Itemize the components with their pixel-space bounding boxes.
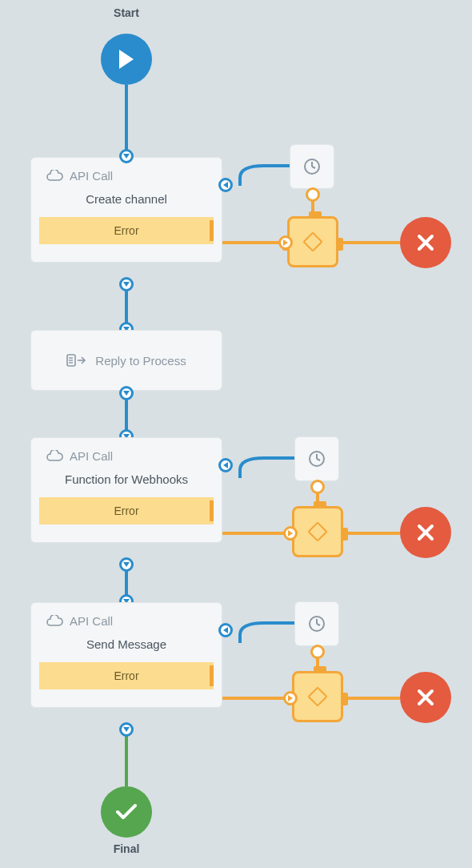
connector-lines [0,0,472,868]
reply-label: Reply to Process [95,354,186,368]
cloud-icon [46,170,63,183]
port-out-bottom[interactable] [119,722,134,737]
card-error-output[interactable]: Error [39,497,214,524]
card-header: API Call [31,603,222,633]
cloud-icon [46,450,63,463]
port-out-bottom[interactable] [119,386,134,400]
cond-port-left[interactable] [283,691,298,705]
card-error-output[interactable]: Error [39,217,214,244]
flow-canvas: Start API Call Create channel Error [0,0,472,868]
card-title: Create channel [31,187,222,217]
final-label: Final [86,842,166,855]
cond-port-left[interactable] [278,235,293,250]
node-api-call-1[interactable]: API Call Create channel Error [30,157,222,263]
error-end-node-1[interactable] [400,217,451,268]
card-error-output[interactable]: Error [39,662,214,689]
diamond-icon [307,521,327,541]
card-type-label: API Call [70,614,113,628]
delay-port-bottom[interactable] [306,187,320,202]
delay-port-bottom[interactable] [310,480,325,494]
start-label: Start [86,6,166,19]
cloud-icon [46,615,63,628]
error-end-node-3[interactable] [400,672,451,723]
svg-line-32 [317,624,320,625]
reply-icon [66,353,87,368]
delay-node-2[interactable] [294,436,339,481]
diamond-icon [302,231,322,251]
condition-node-3[interactable] [292,671,343,722]
close-icon [416,688,435,707]
node-api-call-3[interactable]: API Call Send Message Error [30,602,222,708]
port-in-right[interactable] [218,623,233,637]
port-in-right[interactable] [218,178,233,192]
error-label: Error [114,504,138,517]
svg-line-27 [317,459,320,460]
reply-row: Reply to Process [31,331,222,390]
delay-node-1[interactable] [290,144,334,189]
error-label: Error [114,669,138,682]
play-icon [118,49,135,70]
card-title: Function for Webhooks [31,468,222,497]
check-icon [115,803,138,821]
card-type-label: API Call [70,449,113,463]
delay-port-bottom[interactable] [310,645,325,659]
diamond-icon [307,686,327,706]
delay-node-3[interactable] [294,601,339,646]
card-header: API Call [31,438,222,468]
condition-node-1[interactable] [287,216,338,267]
clock-icon [302,157,322,176]
port-out-bottom[interactable] [119,557,134,572]
svg-line-17 [312,167,315,168]
port-out-bottom[interactable] [119,277,134,291]
clock-icon [307,614,326,633]
node-reply-to-process[interactable]: Reply to Process [30,330,222,391]
card-title: Send Message [31,633,222,662]
card-type-label: API Call [70,169,113,183]
port-in-right[interactable] [218,458,233,472]
close-icon [416,233,435,252]
error-label: Error [114,224,138,237]
start-node[interactable] [101,34,152,85]
svg-marker-14 [119,50,134,69]
final-node[interactable] [101,786,152,838]
node-api-call-2[interactable]: API Call Function for Webhooks Error [30,437,222,543]
cond-port-left[interactable] [283,526,298,540]
clock-icon [307,449,326,468]
condition-node-2[interactable] [292,506,343,557]
error-end-node-2[interactable] [400,507,451,558]
port-in-top[interactable] [119,149,134,163]
close-icon [416,523,435,542]
